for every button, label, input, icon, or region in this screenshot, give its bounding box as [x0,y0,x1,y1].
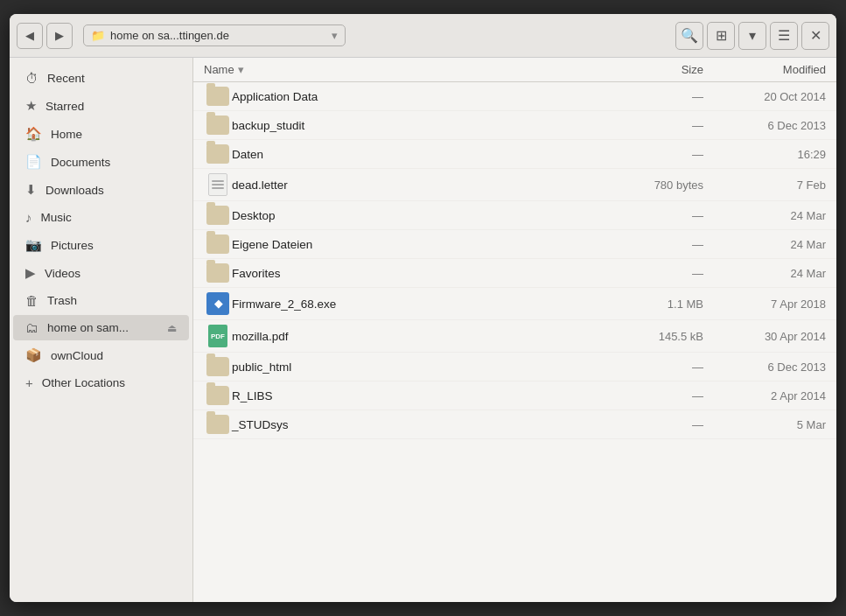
table-row[interactable]: Desktop — 24 Mar [193,201,836,230]
size-column-header[interactable]: Size [616,63,721,76]
location-text: home on sa...ttingen.de [110,29,229,42]
sidebar-item-label: home on sam... [47,321,129,334]
file-size: 780 bytes [616,178,721,192]
file-name: dead.letter [232,178,616,192]
table-row[interactable]: public_html — 6 Dec 2013 [193,353,836,382]
folder-icon [206,116,229,135]
sidebar-item-label: ownCloud [51,349,103,362]
view-options-button[interactable]: ▾ [738,22,766,50]
folder-icon [206,415,229,434]
name-column-header[interactable]: Name ▾ [204,63,616,76]
file-name: Favorites [232,267,616,280]
file-modified: 24 Mar [721,267,826,280]
file-name: R_LIBS [232,389,616,402]
file-list: Application Data — 20 Oct 2014 backup_st… [193,82,836,602]
titlebar: ◀ ▶ 📁 home on sa...ttingen.de ▾ 🔍 ⊞ ▾ ☰ … [10,14,836,58]
sidebar-item-label: Pictures [51,239,94,252]
sidebar-item-music[interactable]: ♪ Music [13,205,189,230]
file-modified: 30 Apr 2014 [721,330,826,343]
doc-icon [208,173,227,196]
file-name: mozilla.pdf [232,330,616,343]
table-row[interactable]: Daten — 16:29 [193,140,836,169]
sidebar-item-label: Recent [47,72,85,85]
network-folder-icon: 🗂 [25,320,38,335]
file-size: — [616,90,721,103]
recent-icon: ⏱ [25,71,38,86]
sidebar-item-other-locations[interactable]: + Other Locations [13,370,189,396]
file-icon [204,144,232,164]
sidebar-item-trash[interactable]: 🗑 Trash [13,288,189,313]
owncloud-icon: 📦 [25,347,42,363]
add-icon: + [25,375,33,390]
table-row[interactable]: PDF mozilla.pdf 145.5 kB 30 Apr 2014 [193,320,836,353]
file-manager-window: ◀ ▶ 📁 home on sa...ttingen.de ▾ 🔍 ⊞ ▾ ☰ … [10,14,836,602]
menu-button[interactable]: ☰ [770,22,798,50]
file-icon [204,87,232,106]
table-row[interactable]: ◆ Firmware_2_68.exe 1.1 MB 7 Apr 2018 [193,288,836,320]
file-icon: PDF [204,325,232,347]
pdf-icon: PDF [208,325,227,347]
modified-column-header[interactable]: Modified [721,63,826,76]
file-icon [204,173,232,196]
file-icon [204,357,232,376]
file-icon: ◆ [204,292,232,315]
sidebar-item-documents[interactable]: 📄 Documents [13,149,189,175]
music-icon: ♪ [25,210,32,225]
sidebar-item-label: Downloads [45,184,104,197]
column-headers: Name ▾ Size Modified [193,58,836,82]
table-row[interactable]: R_LIBS — 2 Apr 2014 [193,382,836,410]
file-size: — [616,267,721,280]
chevron-down-icon: ▾ [749,27,756,44]
file-size: — [616,238,721,251]
table-row[interactable]: dead.letter 780 bytes 7 Feb [193,169,836,201]
forward-button[interactable]: ▶ [46,23,73,49]
file-name: backup_studit [232,119,616,132]
file-modified: 20 Oct 2014 [721,90,826,103]
sidebar-item-owncloud[interactable]: 📦 ownCloud [13,342,189,368]
exe-icon: ◆ [206,292,229,315]
table-row[interactable]: Application Data — 20 Oct 2014 [193,82,836,111]
file-name: Eigene Dateien [232,238,616,251]
file-name: Application Data [232,90,616,103]
pictures-icon: 📷 [25,237,42,253]
table-row[interactable]: Favorites — 24 Mar [193,259,836,288]
starred-icon: ★ [25,98,37,114]
file-modified: 6 Dec 2013 [721,360,826,374]
file-modified: 2 Apr 2014 [721,389,826,402]
file-icon [204,234,232,254]
close-button[interactable]: ✕ [801,22,829,50]
sidebar-item-label: Music [41,211,72,224]
file-size: — [616,418,721,431]
sidebar-item-home[interactable]: 🏠 Home [13,121,189,147]
sidebar-item-recent[interactable]: ⏱ Recent [13,66,189,91]
eject-button[interactable]: ⏏ [167,322,177,334]
file-icon [204,206,232,225]
file-icon [204,386,232,405]
file-size: 1.1 MB [616,298,721,311]
view-grid-button[interactable]: ⊞ [707,22,735,50]
sidebar-item-starred[interactable]: ★ Starred [13,93,189,119]
sort-icon: ▾ [238,63,244,76]
downloads-icon: ⬇ [25,182,37,198]
titlebar-actions: 🔍 ⊞ ▾ ☰ ✕ [675,22,829,50]
file-icon [204,263,232,283]
sidebar-item-home-remote[interactable]: 🗂 home on sam... ⏏ [13,315,189,340]
sidebar-item-pictures[interactable]: 📷 Pictures [13,232,189,258]
table-row[interactable]: backup_studit — 6 Dec 2013 [193,111,836,140]
file-size: — [616,389,721,402]
location-bar[interactable]: 📁 home on sa...ttingen.de ▾ [83,24,346,46]
back-button[interactable]: ◀ [17,23,43,49]
file-icon [204,116,232,135]
file-modified: 16:29 [721,148,826,161]
table-row[interactable]: _STUDsys — 5 Mar [193,410,836,439]
sidebar-item-videos[interactable]: ▶ Videos [13,260,189,286]
file-size: — [616,148,721,161]
sidebar-item-downloads[interactable]: ⬇ Downloads [13,177,189,203]
file-name: Desktop [232,209,616,222]
search-button[interactable]: 🔍 [675,22,703,50]
sidebar: ⏱ Recent ★ Starred 🏠 Home 📄 Documents ⬇ … [10,58,193,602]
table-row[interactable]: Eigene Dateien — 24 Mar [193,230,836,259]
sidebar-item-label: Trash [47,294,77,307]
grid-icon: ⊞ [716,27,727,44]
folder-icon [206,206,229,225]
